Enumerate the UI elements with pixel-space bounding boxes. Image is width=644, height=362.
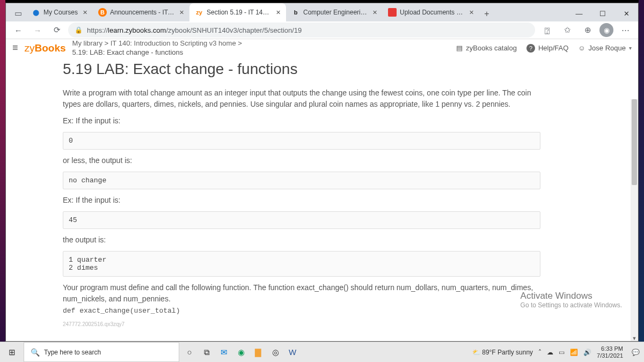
book-icon: ▤ bbox=[456, 44, 463, 52]
tab-my-courses[interactable]: ⬤ My Courses ✕ bbox=[26, 3, 93, 21]
scroll-down-icon[interactable]: ▼ bbox=[631, 336, 638, 342]
close-icon[interactable]: ✕ bbox=[81, 9, 89, 16]
close-icon[interactable]: ✕ bbox=[178, 9, 185, 16]
profile-avatar[interactable]: ◉ bbox=[599, 23, 613, 37]
back-button[interactable]: ← bbox=[10, 22, 26, 38]
help-link[interactable]: ? Help/FAQ bbox=[526, 44, 568, 53]
breadcrumb[interactable]: My library > IT 140: Introduction to Scr… bbox=[72, 39, 242, 57]
intro-paragraph: Write a program with total change amount… bbox=[63, 87, 540, 110]
window-minimize-button[interactable]: — bbox=[567, 5, 591, 21]
close-icon[interactable]: ✕ bbox=[274, 9, 282, 16]
favicon-icon: zy bbox=[195, 8, 203, 17]
explorer-icon[interactable]: ▇ bbox=[252, 346, 264, 358]
favicon-icon: ⬤ bbox=[32, 8, 40, 17]
catalog-link[interactable]: ▤ zyBooks catalog bbox=[456, 44, 517, 52]
url-input[interactable]: 🔒 https://learn.zybooks.com/zybook/SNHUI… bbox=[68, 23, 535, 38]
menu-icon[interactable]: ≡ bbox=[12, 42, 18, 54]
page-title: 5.19 LAB: Exact change - functions bbox=[63, 61, 540, 78]
tab-label: Section 5.19 - IT 140: Intr bbox=[207, 9, 271, 16]
zybooks-header: ≡ zyBooks My library > IT 140: Introduct… bbox=[6, 39, 638, 57]
scrollbar[interactable]: ▲ ▼ bbox=[631, 99, 638, 342]
favicon-icon: b bbox=[291, 8, 300, 17]
main-content: 5.19 LAB: Exact change - functions Write… bbox=[6, 57, 638, 342]
favorites-icon[interactable]: ✩ bbox=[559, 21, 576, 39]
taskbar-search[interactable]: 🔍 Type here to search bbox=[24, 342, 179, 362]
text-or-less: or less, the output is: bbox=[63, 155, 540, 166]
browser-tab-bar: ▭ ⬤ My Courses ✕ B Announcements - IT-14… bbox=[6, 3, 638, 21]
example-label-2: Ex: If the input is: bbox=[63, 195, 540, 206]
tray-sound-icon[interactable]: 🔊 bbox=[583, 349, 591, 356]
breadcrumb-path[interactable]: My library > IT 140: Introduction to Scr… bbox=[72, 39, 242, 48]
cortana-icon[interactable]: ○ bbox=[184, 346, 195, 358]
word-icon[interactable]: W bbox=[287, 346, 298, 358]
favicon-icon: B bbox=[98, 8, 107, 17]
search-placeholder: Type here to search bbox=[44, 349, 101, 356]
code-block-output2: 1 quarter 2 dimes bbox=[63, 251, 540, 277]
user-menu[interactable]: ☺ Jose Roque bbox=[578, 44, 632, 52]
search-icon: 🔍 bbox=[31, 348, 40, 357]
tab-announcements[interactable]: B Announcements - IT-140 ✕ bbox=[93, 3, 189, 21]
shopping-icon[interactable]: ⍰ bbox=[538, 21, 555, 39]
code-block-output1: no change bbox=[63, 172, 540, 189]
window-maximize-button[interactable]: ☐ bbox=[591, 5, 614, 21]
chrome-icon[interactable]: ◎ bbox=[269, 346, 281, 358]
close-icon[interactable]: ✕ bbox=[467, 9, 475, 16]
zybooks-logo[interactable]: zyBooks bbox=[25, 42, 66, 54]
refresh-button[interactable]: ⟳ bbox=[49, 22, 65, 38]
new-tab-button[interactable]: + bbox=[479, 6, 494, 21]
tab-label: My Courses bbox=[43, 9, 78, 16]
url-text: https://learn.zybooks.com/zybook/SNHUIT1… bbox=[87, 26, 302, 34]
tray-wifi-icon[interactable]: 📶 bbox=[570, 349, 578, 356]
tab-label: Upload Documents for Fr bbox=[400, 9, 464, 16]
tray-onedrive-icon[interactable]: ☁ bbox=[547, 349, 553, 356]
lock-icon: 🔒 bbox=[75, 26, 83, 34]
tab-list-icon[interactable]: ▭ bbox=[10, 5, 26, 21]
forward-button[interactable]: → bbox=[30, 22, 46, 38]
tray-chevron-icon[interactable]: ˄ bbox=[538, 349, 541, 356]
notifications-icon[interactable]: 💬 bbox=[632, 349, 640, 356]
tab-upload-docs[interactable]: Upload Documents for Fr ✕ bbox=[383, 3, 479, 21]
user-icon: ☺ bbox=[578, 44, 585, 52]
favicon-icon bbox=[388, 8, 397, 17]
code-block-input1: 0 bbox=[63, 132, 540, 150]
help-icon: ? bbox=[526, 44, 535, 53]
breadcrumb-current: 5.19: LAB: Exact change - functions bbox=[72, 48, 242, 57]
taskbar-clock[interactable]: 6:33 PM 7/31/2021 bbox=[597, 345, 626, 358]
windows-taskbar: ⊞ 🔍 Type here to search ○ ⧉ ✉ ◉ ▇ ◎ W ⛅ … bbox=[0, 342, 644, 362]
tab-computer-eng[interactable]: b Computer Engineering Q ✕ bbox=[286, 3, 383, 21]
window-close-button[interactable]: ✕ bbox=[614, 5, 638, 21]
activity-id: 247772.2002516.qx3zqy7 bbox=[63, 321, 540, 327]
tab-section-active[interactable]: zy Section 5.19 - IT 140: Intr ✕ bbox=[189, 3, 286, 21]
scroll-thumb[interactable] bbox=[632, 99, 637, 185]
menu-icon[interactable]: ⋯ bbox=[617, 21, 634, 39]
code-block-input2: 45 bbox=[63, 211, 540, 229]
collections-icon[interactable]: ⊕ bbox=[579, 21, 596, 39]
mail-icon[interactable]: ✉ bbox=[218, 346, 230, 358]
close-icon[interactable]: ✕ bbox=[371, 9, 378, 16]
address-bar: ← → ⟳ 🔒 https://learn.zybooks.com/zybook… bbox=[6, 21, 638, 39]
start-button[interactable]: ⊞ bbox=[0, 342, 24, 362]
function-req-paragraph: Your program must define and call the fo… bbox=[63, 282, 540, 316]
task-view-icon[interactable]: ⧉ bbox=[201, 346, 213, 358]
example-label: Ex: If the input is: bbox=[63, 115, 540, 127]
edge-icon[interactable]: ◉ bbox=[235, 346, 247, 358]
tab-label: Announcements - IT-140 bbox=[110, 9, 174, 16]
tray-battery-icon[interactable]: ▭ bbox=[559, 349, 565, 356]
text-output-is: the output is: bbox=[63, 234, 540, 246]
weather-widget[interactable]: ⛅ 89°F Partly sunny bbox=[472, 349, 533, 356]
tab-label: Computer Engineering Q bbox=[303, 9, 368, 16]
